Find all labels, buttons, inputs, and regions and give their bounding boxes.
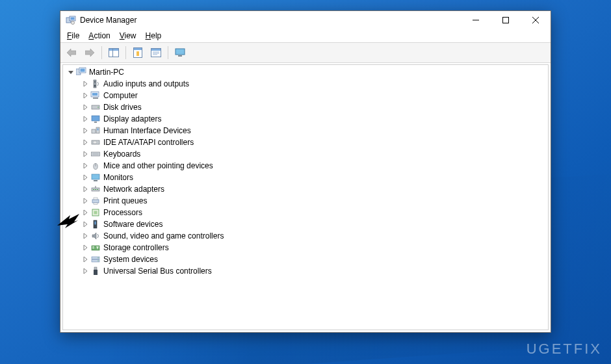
- svg-rect-14: [134, 48, 142, 50]
- watermark-text: UGETFIX: [526, 341, 602, 358]
- expander-closed-icon[interactable]: [81, 255, 89, 263]
- tree-item[interactable]: Storage controllers: [63, 242, 548, 254]
- svg-marker-38: [84, 116, 87, 122]
- tree-item[interactable]: Sound, video and game controllers: [63, 230, 548, 242]
- svg-rect-67: [94, 203, 98, 205]
- toolbar-back-button[interactable]: [63, 44, 80, 61]
- expander-closed-icon[interactable]: [81, 220, 89, 228]
- tree-item[interactable]: Computer: [63, 90, 548, 101]
- menu-view[interactable]: View: [116, 31, 140, 41]
- toolbar-showhide-button[interactable]: [105, 44, 122, 61]
- toolbar-forward-button[interactable]: [81, 44, 98, 61]
- network-icon: [90, 184, 101, 194]
- cpu-icon: [90, 207, 101, 218]
- expander-closed-icon[interactable]: [81, 209, 89, 216]
- tree-item[interactable]: Network adapters: [63, 183, 548, 195]
- expander-closed-icon[interactable]: [81, 80, 89, 88]
- mouse-icon: [90, 161, 101, 171]
- app-icon: [66, 15, 76, 25]
- expander-closed-icon[interactable]: [81, 232, 89, 240]
- expander-closed-icon[interactable]: [81, 267, 89, 275]
- svg-rect-57: [94, 180, 98, 181]
- tree-item[interactable]: Disk drives: [63, 101, 548, 113]
- tree-item[interactable]: Monitors: [63, 172, 548, 183]
- tree-item[interactable]: Keyboards: [63, 148, 548, 160]
- toolbar-properties-button[interactable]: [129, 44, 146, 61]
- svg-marker-35: [84, 105, 87, 110]
- menu-file-label: ile: [72, 31, 79, 40]
- toolbar-monitors-button[interactable]: [172, 44, 188, 61]
- svg-rect-26: [81, 69, 85, 72]
- device-tree[interactable]: Martin-PC Audio inputs and outputsComput…: [62, 64, 549, 330]
- tree-item[interactable]: Print queues: [63, 195, 548, 207]
- window-title: Device Manager: [80, 16, 136, 25]
- tree-item[interactable]: Processors: [63, 207, 548, 218]
- svg-marker-76: [84, 245, 87, 250]
- arrow-left-icon: [67, 49, 76, 57]
- tree-item[interactable]: Display adapters: [63, 113, 548, 125]
- expander-closed-icon[interactable]: [81, 138, 89, 146]
- menu-file[interactable]: File: [63, 31, 83, 41]
- menu-action[interactable]: Action: [84, 31, 114, 41]
- tree-root[interactable]: Martin-PC: [63, 66, 548, 78]
- tree-item-label: Disk drives: [103, 103, 142, 112]
- close-button[interactable]: [521, 11, 551, 29]
- tree-item[interactable]: Universal Serial Bus controllers: [63, 265, 548, 277]
- minimize-button[interactable]: [461, 11, 491, 29]
- tree-item[interactable]: IDE ATA/ATAPI controllers: [63, 136, 548, 148]
- device-manager-window: Device Manager File Action View Help: [60, 10, 551, 333]
- toolbar-separator: [101, 46, 102, 59]
- tree-item-label: System devices: [103, 255, 158, 264]
- svg-marker-64: [84, 198, 87, 203]
- titlebar[interactable]: Device Manager: [60, 11, 551, 29]
- storage-icon: [90, 242, 101, 253]
- svg-rect-2: [71, 18, 75, 20]
- svg-point-3: [72, 21, 75, 25]
- expander-closed-icon[interactable]: [81, 185, 89, 193]
- tree-item[interactable]: Human Interface Devices: [63, 125, 548, 136]
- menu-help[interactable]: Help: [142, 31, 166, 41]
- svg-rect-60: [93, 189, 94, 190]
- svg-rect-56: [92, 174, 99, 179]
- svg-rect-73: [95, 222, 96, 225]
- maximize-button[interactable]: [491, 11, 521, 29]
- expander-closed-icon[interactable]: [81, 92, 89, 99]
- tree-item[interactable]: Audio inputs and outputs: [63, 78, 548, 90]
- tree-item[interactable]: Mice and other pointing devices: [63, 160, 548, 172]
- expander-closed-icon[interactable]: [81, 150, 89, 158]
- tree-item[interactable]: Software devices: [63, 218, 548, 230]
- toolbar: [60, 42, 551, 63]
- tree-item-label: Print queues: [103, 196, 147, 205]
- expander-closed-icon[interactable]: [81, 127, 89, 135]
- svg-marker-75: [92, 233, 96, 239]
- svg-rect-15: [136, 51, 139, 56]
- arrow-right-icon: [85, 49, 94, 57]
- svg-marker-31: [84, 93, 87, 98]
- toolbar-help-button[interactable]: [148, 44, 164, 61]
- svg-marker-8: [67, 49, 76, 57]
- expander-closed-icon[interactable]: [81, 115, 89, 123]
- expander-closed-icon[interactable]: [81, 103, 89, 111]
- tree-item[interactable]: System devices: [63, 254, 548, 265]
- svg-rect-79: [92, 248, 94, 248]
- svg-point-47: [93, 141, 97, 144]
- expander-closed-icon[interactable]: [81, 174, 89, 181]
- expander-open-icon[interactable]: [67, 68, 75, 76]
- expander-closed-icon[interactable]: [81, 197, 89, 205]
- monitor-icon: [175, 48, 185, 57]
- properties-icon: [133, 47, 142, 58]
- svg-rect-87: [94, 270, 98, 275]
- expander-closed-icon[interactable]: [81, 244, 89, 252]
- disk-icon: [90, 102, 101, 112]
- svg-marker-45: [84, 140, 87, 145]
- svg-point-29: [94, 81, 96, 83]
- svg-rect-70: [94, 211, 98, 214]
- tree-item-label: Sound, video and game controllers: [103, 231, 224, 240]
- toolbar-separator: [125, 46, 126, 59]
- expander-closed-icon[interactable]: [81, 162, 89, 170]
- svg-marker-68: [84, 210, 87, 215]
- sound-icon: [90, 231, 101, 241]
- svg-rect-11: [109, 49, 118, 51]
- menu-view-label: iew: [125, 31, 136, 40]
- svg-marker-9: [85, 49, 94, 57]
